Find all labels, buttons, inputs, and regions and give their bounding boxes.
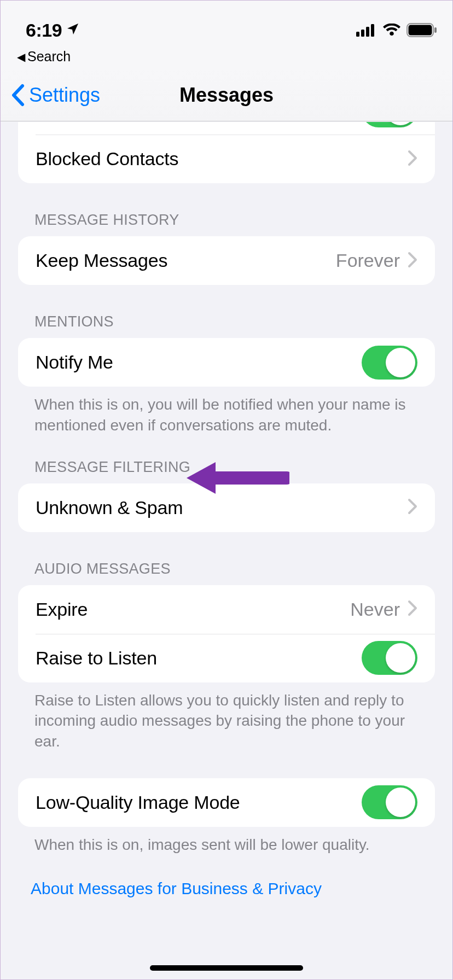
section-header-mentions: MENTIONS: [1, 285, 452, 338]
group-low-quality: Low-Quality Image Mode: [18, 778, 435, 827]
home-indicator[interactable]: [150, 965, 303, 971]
row-label: Unknown & Spam: [36, 497, 408, 518]
row-label: Notify Me: [36, 352, 362, 373]
row-value: Forever: [336, 250, 400, 271]
chevron-right-icon: [408, 600, 417, 619]
breadcrumb-label: Search: [27, 49, 71, 65]
svg-rect-5: [409, 25, 432, 36]
wifi-icon: [382, 24, 401, 39]
row-label: Keep Messages: [36, 250, 336, 271]
group-filtering: Unknown & Spam: [18, 483, 435, 532]
section-footer-low-quality: When this is on, images sent will be low…: [1, 827, 452, 855]
about-link[interactable]: About Messages for Business & Privacy: [1, 855, 452, 898]
toggle-notify-me[interactable]: [362, 346, 417, 380]
battery-icon: [406, 23, 437, 39]
section-footer-audio: Raise to Listen allows you to quickly li…: [1, 682, 452, 752]
row-low-quality[interactable]: Low-Quality Image Mode: [18, 778, 435, 827]
section-header-audio: AUDIO MESSAGES: [1, 532, 452, 585]
chevron-right-icon: [408, 498, 417, 517]
chevron-right-icon: [408, 150, 417, 168]
back-label: Settings: [29, 84, 100, 107]
section-header-history: MESSAGE HISTORY: [1, 183, 452, 236]
svg-rect-3: [371, 24, 374, 37]
back-triangle-icon: ◀: [17, 50, 25, 63]
svg-rect-6: [434, 27, 437, 33]
row-label: Low-Quality Image Mode: [36, 792, 362, 813]
row-keep-messages[interactable]: Keep Messages Forever: [18, 236, 435, 285]
breadcrumb[interactable]: ◀ Search: [1, 49, 452, 69]
row-label: Raise to Listen: [36, 648, 362, 669]
row-value: Never: [350, 599, 400, 620]
section-header-filtering: MESSAGE FILTERING: [1, 436, 452, 483]
toggle-low-quality[interactable]: [362, 785, 417, 819]
toggle-character-count[interactable]: [362, 122, 417, 127]
svg-rect-0: [356, 32, 359, 37]
row-expire[interactable]: Expire Never: [18, 585, 435, 634]
status-time: 6:19: [26, 20, 62, 41]
group-history: Keep Messages Forever: [18, 236, 435, 285]
back-button[interactable]: Settings: [10, 84, 100, 107]
group-audio: Expire Never Raise to Listen: [18, 585, 435, 682]
nav-bar: Settings Messages: [1, 69, 452, 121]
section-footer-mentions: When this is on, you will be notified wh…: [1, 387, 452, 436]
status-bar: 6:19: [1, 1, 452, 49]
settings-content[interactable]: Character Count Blocked Contacts MESSAGE…: [1, 122, 452, 979]
group-mentions: Notify Me: [18, 338, 435, 387]
row-notify-me[interactable]: Notify Me: [18, 338, 435, 387]
cellular-signal-icon: [356, 24, 377, 39]
svg-rect-1: [361, 30, 364, 37]
row-raise-to-listen[interactable]: Raise to Listen: [18, 634, 435, 682]
row-label: Blocked Contacts: [36, 148, 408, 170]
toggle-raise-to-listen[interactable]: [362, 641, 417, 675]
chevron-right-icon: [408, 252, 417, 270]
location-icon: [66, 22, 79, 38]
row-label: Expire: [36, 599, 350, 620]
svg-rect-2: [366, 27, 369, 37]
chevron-left-icon: [10, 84, 26, 107]
group-partial: Character Count Blocked Contacts: [18, 122, 435, 183]
row-unknown-spam[interactable]: Unknown & Spam: [18, 483, 435, 532]
row-character-count[interactable]: Character Count: [18, 122, 435, 135]
row-blocked-contacts[interactable]: Blocked Contacts: [18, 135, 435, 183]
